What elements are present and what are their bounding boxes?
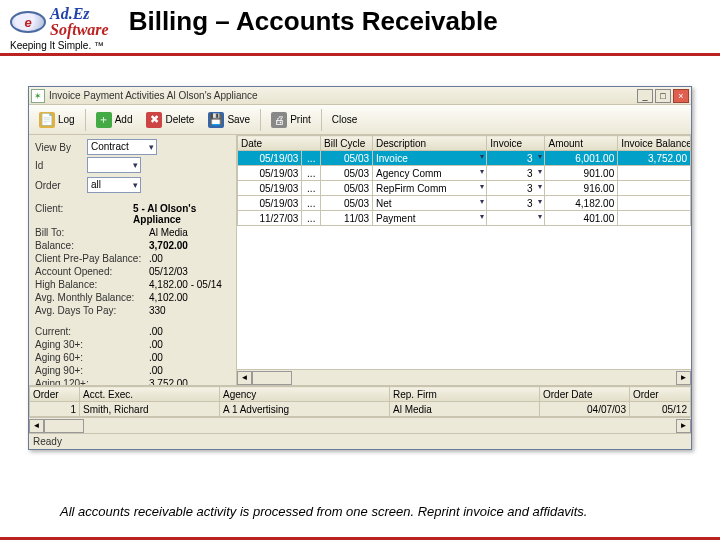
add-label: Add bbox=[115, 114, 133, 125]
a90-v: .00 bbox=[149, 365, 163, 376]
avgdays-v: 330 bbox=[149, 305, 166, 316]
tagline: Keeping It Simple. ™ bbox=[10, 40, 104, 51]
scroll-thumb[interactable] bbox=[252, 371, 292, 385]
table-row[interactable]: 1Smith, RichardA 1 AdvertisingAl Media04… bbox=[30, 402, 691, 417]
orders-grid[interactable]: Order Acct. Exec. Agency Rep. Firm Order… bbox=[29, 385, 691, 433]
avgdays-k: Avg. Days To Pay: bbox=[35, 305, 145, 316]
print-button[interactable]: 🖨Print bbox=[265, 108, 317, 132]
oscroll-right-icon[interactable]: ► bbox=[676, 419, 691, 433]
table-row[interactable]: 05/19/03...05/03Invoice36,001.003,752.00 bbox=[238, 151, 691, 166]
oscroll-thumb[interactable] bbox=[44, 419, 84, 433]
client-v: 5 - Al Olson's Appliance bbox=[133, 203, 230, 225]
a60-v: .00 bbox=[149, 352, 163, 363]
ocol-oend[interactable]: Order bbox=[630, 387, 691, 402]
save-label: Save bbox=[227, 114, 250, 125]
scroll-left-icon[interactable]: ◄ bbox=[237, 371, 252, 385]
left-pane: View By Contract Id Order all Client:5 -… bbox=[29, 135, 237, 385]
id-label: Id bbox=[35, 160, 83, 171]
app-icon: ✶ bbox=[31, 89, 45, 103]
col-desc[interactable]: Description bbox=[373, 136, 487, 151]
col-amount[interactable]: Amount bbox=[545, 136, 618, 151]
order-label: Order bbox=[35, 180, 83, 191]
ocol-repfirm[interactable]: Rep. Firm bbox=[390, 387, 540, 402]
log-label: Log bbox=[58, 114, 75, 125]
log-button[interactable]: 📄Log bbox=[33, 108, 81, 132]
window-title: Invoice Payment Activities Al Olson's Ap… bbox=[49, 90, 637, 101]
prepay-v: .00 bbox=[149, 253, 163, 264]
delete-label: Delete bbox=[165, 114, 194, 125]
orders-hscroll[interactable]: ◄ ► bbox=[29, 417, 691, 433]
close-label: Close bbox=[332, 114, 358, 125]
status-bar: Ready bbox=[29, 433, 691, 449]
logo: e Ad.Ez Software bbox=[10, 6, 109, 38]
slide-caption: All accounts receivable activity is proc… bbox=[60, 504, 680, 519]
col-date[interactable]: Date bbox=[238, 136, 321, 151]
print-label: Print bbox=[290, 114, 311, 125]
logo-mark: e bbox=[10, 11, 46, 33]
scroll-right-icon[interactable]: ► bbox=[676, 371, 691, 385]
slide-title: Billing – Accounts Receivable bbox=[109, 6, 710, 37]
current-v: .00 bbox=[149, 326, 163, 337]
opened-v: 05/12/03 bbox=[149, 266, 188, 277]
col-invbal[interactable]: Invoice Balance bbox=[618, 136, 691, 151]
id-combo[interactable] bbox=[87, 157, 141, 173]
slide-header: e Ad.Ez Software Keeping It Simple. ™ Bi… bbox=[0, 0, 720, 56]
invoice-grid[interactable]: Date Bill Cycle Description Invoice Amou… bbox=[237, 135, 691, 385]
grid-header-row: Date Bill Cycle Description Invoice Amou… bbox=[238, 136, 691, 151]
a120-k: Aging 120+: bbox=[35, 378, 145, 385]
balance-v: 3,702.00 bbox=[149, 240, 188, 251]
minimize-button[interactable]: _ bbox=[637, 89, 653, 103]
avgbal-k: Avg. Monthly Balance: bbox=[35, 292, 145, 303]
add-button[interactable]: ＋Add bbox=[90, 108, 139, 132]
col-invoice[interactable]: Invoice bbox=[487, 136, 545, 151]
titlebar[interactable]: ✶ Invoice Payment Activities Al Olson's … bbox=[29, 87, 691, 105]
logo-block: e Ad.Ez Software Keeping It Simple. ™ bbox=[10, 6, 109, 51]
billto-k: Bill To: bbox=[35, 227, 145, 238]
logo-text-1: Ad.Ez bbox=[50, 5, 90, 22]
ocol-agency[interactable]: Agency bbox=[220, 387, 390, 402]
high-k: High Balance: bbox=[35, 279, 145, 290]
avgbal-v: 4,102.00 bbox=[149, 292, 188, 303]
close-button[interactable]: × bbox=[673, 89, 689, 103]
client-k: Client: bbox=[35, 203, 129, 225]
table-row[interactable]: 05/19/03...05/03Agency Comm3901.00 bbox=[238, 166, 691, 181]
prepay-k: Client Pre-Pay Balance: bbox=[35, 253, 145, 264]
toolbar: 📄Log ＋Add ✖Delete 💾Save 🖨Print Close bbox=[29, 105, 691, 135]
grid-hscroll[interactable]: ◄ ► bbox=[237, 369, 691, 385]
table-row[interactable]: 05/19/03...05/03Net34,182.00 bbox=[238, 196, 691, 211]
close-app-button[interactable]: Close bbox=[326, 108, 364, 132]
logo-text-2: Software bbox=[50, 21, 109, 38]
app-window: ✶ Invoice Payment Activities Al Olson's … bbox=[28, 86, 692, 450]
maximize-button[interactable]: □ bbox=[655, 89, 671, 103]
save-button[interactable]: 💾Save bbox=[202, 108, 256, 132]
col-billcycle[interactable]: Bill Cycle bbox=[321, 136, 373, 151]
table-row[interactable]: 11/27/03...11/03Payment401.00 bbox=[238, 211, 691, 226]
ocol-odate[interactable]: Order Date bbox=[540, 387, 630, 402]
a30-v: .00 bbox=[149, 339, 163, 350]
current-k: Current: bbox=[35, 326, 145, 337]
oscroll-left-icon[interactable]: ◄ bbox=[29, 419, 44, 433]
a90-k: Aging 90+: bbox=[35, 365, 145, 376]
delete-button[interactable]: ✖Delete bbox=[140, 108, 200, 132]
ocol-order[interactable]: Order bbox=[30, 387, 80, 402]
a30-k: Aging 30+: bbox=[35, 339, 145, 350]
order-combo[interactable]: all bbox=[87, 177, 141, 193]
billto-v: Al Media bbox=[149, 227, 188, 238]
balance-k: Balance: bbox=[35, 240, 145, 251]
high-v: 4,182.00 - 05/14 bbox=[149, 279, 222, 290]
a120-v: 3,752.00 bbox=[149, 378, 188, 385]
ocol-ae[interactable]: Acct. Exec. bbox=[80, 387, 220, 402]
opened-k: Account Opened: bbox=[35, 266, 145, 277]
table-row[interactable]: 05/19/03...05/03RepFirm Comm3916.00 bbox=[238, 181, 691, 196]
view-by-combo[interactable]: Contract bbox=[87, 139, 157, 155]
view-by-label: View By bbox=[35, 142, 83, 153]
a60-k: Aging 60+: bbox=[35, 352, 145, 363]
